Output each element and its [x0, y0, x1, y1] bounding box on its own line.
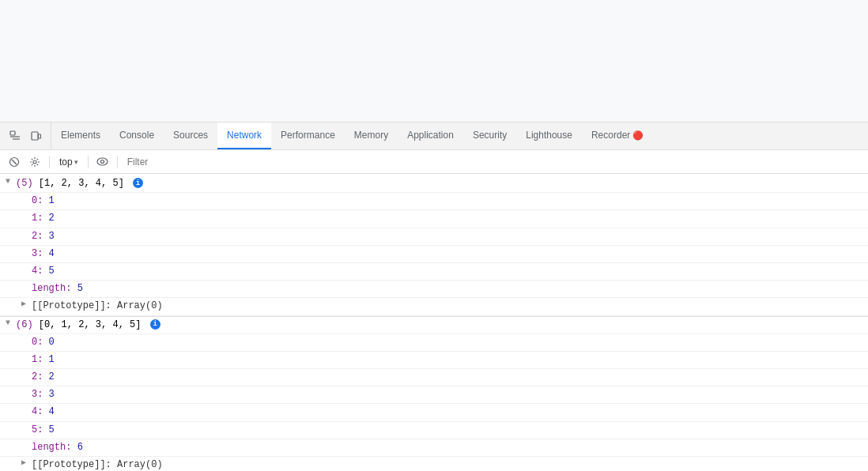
array2-length-content: length: 6: [28, 439, 868, 456]
array2-item0-content: 0: 0: [28, 334, 868, 351]
array1-val-0: 1: [49, 195, 55, 206]
devtools-panel: Elements Console Sources Network Perform…: [0, 122, 868, 471]
array1-item1-content: 1: 2: [28, 210, 868, 227]
array1-info-icon[interactable]: i: [133, 178, 143, 188]
tab-recorder[interactable]: Recorder 🔴: [582, 122, 653, 149]
tab-performance[interactable]: Performance: [271, 122, 345, 149]
array2-proto-toggle[interactable]: ▶: [16, 457, 28, 469]
array1-item-0: 0: 1: [0, 193, 868, 210]
array2-proto-key: [[Prototype]]: Array(0): [32, 459, 163, 470]
array2-key-1: 1:: [32, 354, 43, 365]
tab-lighthouse[interactable]: Lighthouse: [516, 122, 582, 149]
tab-application[interactable]: Application: [398, 122, 463, 149]
console-output: ▼ (5) [1, 2, 3, 4, 5] i 0: 1 1: 2: [0, 174, 868, 471]
array2-val-3: 3: [49, 389, 55, 400]
array2-item3-content: 3: 3: [28, 386, 868, 403]
array1-item3-content: 3: 4: [28, 246, 868, 262]
array2-label: (6): [16, 319, 33, 330]
array1-val-2: 3: [49, 231, 55, 242]
array1-key-2: 2:: [32, 231, 43, 242]
tabs-list: Elements Console Sources Network Perform…: [51, 122, 653, 149]
array1-header-row: ▼ (5) [1, 2, 3, 4, 5] i: [0, 175, 868, 193]
array2-item-4: 4: 4: [0, 404, 868, 421]
array2-bracket: [0, 1, 2, 3, 4, 5]: [39, 319, 142, 330]
array2-toggle[interactable]: ▼: [0, 317, 13, 330]
clear-console-icon[interactable]: [6, 154, 22, 170]
array1-bracket: [1, 2, 3, 4, 5]: [39, 178, 124, 189]
array1-prototype-row: ▶ [[Prototype]]: Array(0): [0, 298, 868, 315]
array1-length-content: length: 5: [28, 281, 868, 297]
device-toggle-icon[interactable]: [27, 127, 44, 145]
tab-console[interactable]: Console: [110, 122, 164, 149]
svg-rect-4: [38, 134, 40, 138]
array2-item2-content: 2: 2: [28, 369, 868, 386]
toolbar-separator-3: [117, 156, 118, 168]
array1-key-4: 4:: [32, 266, 43, 277]
array2-prototype-row: ▶ [[Prototype]]: Array(0): [0, 457, 868, 471]
inspect-element-icon[interactable]: [6, 127, 24, 145]
array1-header-content: (5) [1, 2, 3, 4, 5] i: [13, 175, 868, 192]
array2-item-2: 2: 2: [0, 369, 868, 386]
array1-item0-content: 0: 1: [28, 193, 868, 209]
array2-val-5: 5: [49, 424, 55, 435]
tab-network[interactable]: Network: [217, 122, 271, 149]
array2-val-0: 0: [49, 337, 55, 348]
filter-input[interactable]: [124, 155, 862, 169]
tab-security[interactable]: Security: [463, 122, 516, 149]
tabs-bar: Elements Console Sources Network Perform…: [0, 122, 868, 150]
settings-icon[interactable]: [27, 154, 43, 170]
array1-key-1: 1:: [32, 213, 43, 224]
tab-elements[interactable]: Elements: [51, 122, 110, 149]
array1-val-4: 5: [49, 266, 55, 277]
array1-length-val: 5: [77, 283, 83, 294]
svg-point-9: [101, 160, 104, 164]
array2-key-5: 5:: [32, 424, 43, 435]
array2-length-row: length: 6: [0, 439, 868, 457]
svg-point-8: [97, 158, 108, 165]
array1-proto-key: [[Prototype]]: Array(0): [32, 300, 163, 311]
array1-item-2: 2: 3: [0, 228, 868, 246]
array1-item4-content: 4: 5: [28, 263, 868, 280]
array2-item-1: 1: 1: [0, 352, 868, 369]
array1-length-row: length: 5: [0, 281, 868, 298]
eye-icon[interactable]: [95, 154, 111, 170]
array1-item2-content: 2: 3: [28, 228, 868, 245]
array2-key-2: 2:: [32, 371, 43, 382]
svg-rect-0: [10, 131, 15, 135]
array2-val-1: 1: [49, 354, 55, 365]
array1-item-1: 1: 2: [0, 210, 868, 228]
array2-length-val: 6: [77, 442, 83, 453]
toolbar-separator-2: [88, 156, 89, 168]
array2-item5-content: 5: 5: [28, 422, 868, 439]
array2-item1-content: 1: 1: [28, 352, 868, 368]
array1-val-3: 4: [49, 248, 55, 259]
array1-item-4: 4: 5: [0, 263, 868, 281]
array1-key-0: 0:: [32, 195, 43, 206]
svg-rect-3: [32, 132, 38, 140]
svg-point-7: [33, 160, 36, 164]
dropdown-arrow-icon: ▾: [74, 158, 78, 166]
array1-length-key: length:: [32, 283, 71, 294]
array2-info-icon[interactable]: i: [150, 319, 160, 330]
tab-memory[interactable]: Memory: [345, 122, 398, 149]
array2-prototype-content: [[Prototype]]: Array(0): [28, 457, 868, 471]
array2-item-3: 3: 3: [0, 386, 868, 404]
array2-val-2: 2: [49, 371, 55, 382]
array1-proto-toggle[interactable]: ▶: [16, 298, 28, 311]
array1-label: (5): [16, 178, 33, 189]
console-toolbar: top ▾: [0, 150, 868, 174]
array2-header-row: ▼ (6) [0, 1, 2, 3, 4, 5] i: [0, 317, 868, 334]
context-selector[interactable]: top ▾: [56, 155, 81, 169]
array2-key-4: 4:: [32, 406, 43, 417]
array1-val-1: 2: [49, 213, 55, 224]
array1-item-3: 3: 4: [0, 246, 868, 263]
array2-length-key: length:: [32, 442, 71, 453]
array1-prototype-content: [[Prototype]]: Array(0): [28, 298, 868, 315]
tab-sources[interactable]: Sources: [164, 122, 217, 149]
array1-key-3: 3:: [32, 248, 43, 259]
array1-toggle[interactable]: ▼: [0, 175, 13, 188]
tab-icon-group: [0, 122, 51, 149]
array2-item-0: 0: 0: [0, 334, 868, 352]
array2-item-5: 5: 5: [0, 422, 868, 439]
array2-key-0: 0:: [32, 337, 43, 348]
